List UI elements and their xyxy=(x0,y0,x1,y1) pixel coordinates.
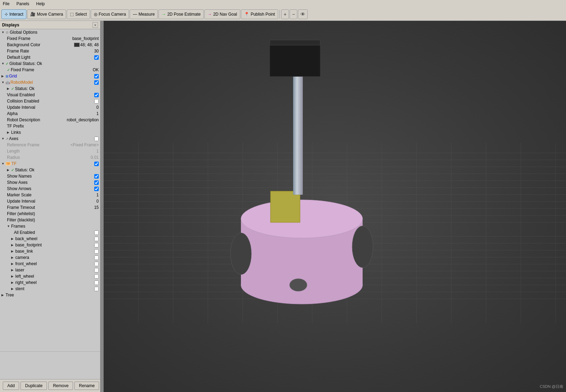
tree-item-show-names[interactable]: Show Names xyxy=(0,173,100,179)
expand-global-status[interactable]: ▼ xyxy=(1,62,5,65)
menu-help[interactable]: Help xyxy=(35,1,46,6)
publish-point-button[interactable]: 📍 Publish Point xyxy=(241,9,278,19)
tree-item-tree[interactable]: ▶ Tree xyxy=(0,292,100,298)
tree-item-fixed-frame[interactable]: Fixed Frame base_footprint xyxy=(0,35,100,42)
tree-item-marker-scale[interactable]: Marker Scale 1 xyxy=(0,192,100,198)
robot-model-checkbox[interactable] xyxy=(94,80,99,85)
expand-base-link[interactable]: ▶ xyxy=(11,250,15,253)
tree-item-alpha[interactable]: Alpha 1 xyxy=(0,111,100,117)
tree-item-laser[interactable]: ▶ laser xyxy=(0,267,100,273)
tree-item-back-wheel[interactable]: ▶ back_wheel xyxy=(0,236,100,242)
tree-item-fixed-frame-status[interactable]: ✓ Fixed Frame OK xyxy=(0,67,100,73)
expand-global-options[interactable]: ▼ xyxy=(1,31,5,34)
tree-item-all-enabled[interactable]: All Enabled xyxy=(0,229,100,236)
menu-file[interactable]: File xyxy=(1,1,11,6)
zoom-out-button[interactable]: − xyxy=(290,9,297,19)
right-wheel-checkbox[interactable] xyxy=(94,280,99,285)
show-names-checkbox[interactable] xyxy=(94,174,99,179)
tree-item-filter-whitelist[interactable]: Filter (whitelist) xyxy=(0,211,100,217)
3d-viewport[interactable]: CSDN @日南 xyxy=(104,21,566,392)
tree-item-update-interval[interactable]: Update Interval 0 xyxy=(0,104,100,111)
expand-grid[interactable]: ▶ xyxy=(1,74,5,78)
select-button[interactable]: ⬚ Select xyxy=(67,9,90,19)
tree-item-front-wheel[interactable]: ▶ front_wheel xyxy=(0,261,100,267)
tree-item-show-axes[interactable]: Show Axes xyxy=(0,179,100,186)
menu-panels[interactable]: Panels xyxy=(15,1,31,6)
zoom-in-button[interactable]: + xyxy=(281,9,289,19)
tree-item-left-wheel[interactable]: ▶ left_wheel xyxy=(0,273,100,279)
expand-frames[interactable]: ▼ xyxy=(7,224,10,228)
tree-item-grid[interactable]: ▶ ⊞ Grid xyxy=(0,73,100,79)
tree-item-tf-status[interactable]: ▶ ✓ Status: Ok xyxy=(0,167,100,173)
visual-enabled-checkbox[interactable] xyxy=(94,93,99,97)
axes-checkbox[interactable] xyxy=(94,137,99,141)
tree-item-visual-enabled[interactable]: Visual Enabled xyxy=(0,92,100,98)
tree-item-frames[interactable]: ▼ Frames xyxy=(0,223,100,229)
back-wheel-checkbox[interactable] xyxy=(94,237,99,241)
expand-robot-model[interactable]: ▼ xyxy=(1,81,5,84)
focus-camera-button[interactable]: ◎ Focus Camera xyxy=(91,9,129,19)
expand-stent[interactable]: ▶ xyxy=(11,287,15,291)
show-axes-checkbox[interactable] xyxy=(94,180,99,185)
collision-enabled-checkbox[interactable] xyxy=(94,99,99,104)
tree-item-status-ok[interactable]: ▶ ✓ Status: Ok xyxy=(0,85,100,92)
expand-right-wheel[interactable]: ▶ xyxy=(11,281,15,284)
tree-item-axes[interactable]: ▼ ↗ Axes xyxy=(0,136,100,142)
tree-item-show-arrows[interactable]: Show Arrows xyxy=(0,186,100,192)
tree-item-radius[interactable]: Radius 0.01 xyxy=(0,154,100,161)
duplicate-button[interactable]: Duplicate xyxy=(21,382,47,390)
tree-panel[interactable]: ▼ ⚙ Global Options Fixed Frame base_foot… xyxy=(0,29,100,351)
tree-item-tf[interactable]: ▼ TF TF xyxy=(0,161,100,167)
expand-left-wheel[interactable]: ▶ xyxy=(11,275,15,278)
grid-checkbox[interactable] xyxy=(94,74,99,79)
tree-item-bg-color[interactable]: Background Color 48; 48; 48 xyxy=(0,42,100,48)
tree-item-robot-model[interactable]: ▼ 🤖 RobotModel xyxy=(0,79,100,85)
tree-item-collision-enabled[interactable]: Collision Enabled xyxy=(0,98,100,104)
base-link-checkbox[interactable] xyxy=(94,249,99,254)
expand-laser[interactable]: ▶ xyxy=(11,268,15,272)
expand-base-footprint[interactable]: ▶ xyxy=(11,243,15,247)
tree-item-global-options[interactable]: ▼ ⚙ Global Options xyxy=(0,29,100,35)
tree-item-right-wheel[interactable]: ▶ right_wheel xyxy=(0,279,100,286)
tree-item-update-interval-tf[interactable]: Update Interval 0 xyxy=(0,198,100,204)
measure-button[interactable]: — Measure xyxy=(130,9,158,19)
tree-item-frame-timeout[interactable]: Frame Timeout 15 xyxy=(0,204,100,211)
expand-camera[interactable]: ▶ xyxy=(11,256,15,259)
tree-item-filter-blacklist[interactable]: Filter (blacklist) xyxy=(0,217,100,223)
tree-item-frame-rate[interactable]: Frame Rate 30 xyxy=(0,48,100,54)
tree-item-robot-desc[interactable]: Robot Description robot_description xyxy=(0,117,100,123)
resize-handle[interactable]: ⋮ xyxy=(101,21,104,392)
rename-button[interactable]: Rename xyxy=(74,382,99,390)
move-camera-button[interactable]: 🎥 Move Camera xyxy=(27,9,66,19)
tree-item-camera[interactable]: ▶ camera xyxy=(0,254,100,261)
all-enabled-checkbox[interactable] xyxy=(94,230,99,235)
interact-button[interactable]: ⊹ Interact xyxy=(1,9,26,19)
view-button[interactable]: 👁 xyxy=(298,9,308,19)
2d-pose-button[interactable]: → 2D Pose Estimate xyxy=(159,9,204,19)
expand-back-wheel[interactable]: ▶ xyxy=(11,237,15,240)
base-footprint-checkbox[interactable] xyxy=(94,243,99,247)
add-button[interactable]: Add xyxy=(3,382,19,390)
tree-item-tf-prefix[interactable]: TF Prefix xyxy=(0,123,100,129)
tree-item-default-light[interactable]: Default Light xyxy=(0,54,100,60)
tree-item-global-status[interactable]: ▼ ✓ Global Status: Ok xyxy=(0,60,100,67)
tf-checkbox[interactable] xyxy=(94,162,99,166)
tree-item-stent[interactable]: ▶ stent xyxy=(0,286,100,292)
camera-checkbox[interactable] xyxy=(94,255,99,260)
expand-axes[interactable]: ▼ xyxy=(1,137,5,140)
tree-item-reference-frame[interactable]: Reference Frame <Fixed Frame> xyxy=(0,142,100,148)
default-light-checkbox[interactable] xyxy=(94,55,99,60)
expand-links[interactable]: ▶ xyxy=(7,131,10,134)
expand-tf[interactable]: ▼ xyxy=(1,162,5,165)
front-wheel-checkbox[interactable] xyxy=(94,262,99,266)
expand-status[interactable]: ▶ xyxy=(7,87,10,90)
2d-nav-button[interactable]: → 2D Nav Goal xyxy=(204,9,240,19)
tree-item-links[interactable]: ▶ Links xyxy=(0,129,100,136)
left-wheel-checkbox[interactable] xyxy=(94,274,99,279)
tree-item-base-link[interactable]: ▶ base_link xyxy=(0,248,100,254)
panel-close-button[interactable]: × xyxy=(92,22,98,28)
show-arrows-checkbox[interactable] xyxy=(94,187,99,191)
tree-item-base-footprint[interactable]: ▶ base_footprint xyxy=(0,242,100,248)
laser-checkbox[interactable] xyxy=(94,268,99,272)
tree-item-length[interactable]: Length 1 xyxy=(0,148,100,154)
